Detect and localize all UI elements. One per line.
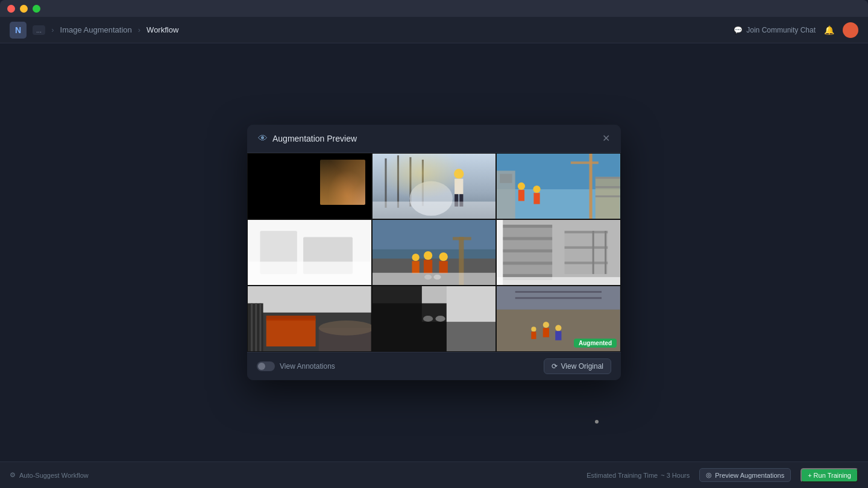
run-training-button[interactable]: + Run Training bbox=[800, 468, 858, 483]
topbar-right: 💬 Join Community Chat 🔔 bbox=[734, 22, 858, 38]
topbar: N ... › Image Augmentation › Workflow 💬 … bbox=[0, 17, 868, 43]
eye-icon: 👁 bbox=[258, 133, 268, 144]
statusbar: ⚙ Auto-Suggest Workflow Estimated Traini… bbox=[0, 461, 868, 488]
preview-aug-icon: ◎ bbox=[706, 471, 712, 479]
svg-rect-16 bbox=[596, 177, 620, 219]
user-avatar[interactable] bbox=[843, 22, 858, 38]
svg-rect-57 bbox=[565, 261, 608, 264]
svg-point-10 bbox=[409, 181, 453, 216]
modal-header: 👁 Augmentation Preview ✕ bbox=[247, 125, 621, 153]
view-annotations-toggle[interactable] bbox=[257, 361, 275, 371]
svg-rect-0 bbox=[373, 154, 496, 219]
modal-close-button[interactable]: ✕ bbox=[602, 134, 610, 143]
view-annotations-area: View Annotations bbox=[257, 361, 335, 371]
traffic-light-green[interactable] bbox=[33, 5, 40, 13]
svg-rect-8 bbox=[454, 194, 458, 206]
svg-point-76 bbox=[435, 316, 445, 322]
svg-rect-52 bbox=[503, 274, 553, 277]
svg-rect-9 bbox=[459, 194, 463, 206]
svg-point-22 bbox=[533, 186, 541, 193]
svg-rect-60 bbox=[497, 277, 620, 285]
svg-rect-25 bbox=[500, 174, 512, 183]
svg-rect-41 bbox=[453, 237, 471, 240]
svg-rect-18 bbox=[596, 186, 620, 188]
svg-rect-3 bbox=[397, 155, 399, 208]
svg-rect-51 bbox=[503, 261, 553, 264]
more-button[interactable]: ... bbox=[33, 25, 45, 35]
svg-rect-32 bbox=[373, 220, 496, 249]
statusbar-left: ⚙ Auto-Suggest Workflow bbox=[10, 471, 89, 479]
svg-rect-63 bbox=[266, 319, 316, 346]
augmentation-preview-modal: 👁 Augmentation Preview ✕ bbox=[247, 125, 621, 380]
image-cell-top-right bbox=[496, 153, 621, 219]
breadcrumb-sep-1: › bbox=[51, 25, 54, 34]
image-cell-bot-left bbox=[247, 286, 372, 352]
traffic-light-red[interactable] bbox=[7, 5, 15, 13]
modal-footer: View Annotations ⟳ View Original bbox=[247, 352, 621, 380]
image-cell-bot-right: Augmented bbox=[496, 286, 621, 352]
svg-rect-44 bbox=[373, 273, 496, 285]
svg-rect-64 bbox=[266, 316, 316, 321]
image-cell-mid-right bbox=[496, 219, 621, 286]
window-chrome bbox=[0, 0, 868, 17]
svg-point-36 bbox=[439, 252, 447, 261]
svg-rect-68 bbox=[259, 303, 261, 351]
svg-point-34 bbox=[424, 251, 432, 260]
svg-rect-59 bbox=[605, 231, 606, 274]
svg-point-80 bbox=[543, 322, 549, 328]
breadcrumb-sep-2: › bbox=[138, 25, 140, 34]
breadcrumb-image-augmentation[interactable]: Image Augmentation bbox=[60, 25, 132, 34]
svg-point-38 bbox=[412, 254, 419, 261]
view-original-button[interactable]: ⟳ View Original bbox=[544, 358, 611, 374]
traffic-light-yellow[interactable] bbox=[20, 5, 28, 13]
training-time-label: Estimated Training Time bbox=[587, 472, 658, 479]
svg-rect-81 bbox=[543, 328, 549, 337]
svg-rect-11 bbox=[373, 202, 496, 219]
svg-rect-39 bbox=[412, 261, 419, 273]
svg-rect-50 bbox=[503, 249, 553, 252]
svg-rect-58 bbox=[593, 231, 594, 274]
svg-rect-2 bbox=[385, 158, 386, 208]
svg-rect-1 bbox=[373, 154, 496, 219]
view-annotations-label: View Annotations bbox=[280, 362, 335, 371]
svg-rect-73 bbox=[446, 286, 495, 351]
training-time-item: Estimated Training Time ~ 3 Hours bbox=[587, 472, 690, 479]
svg-rect-48 bbox=[503, 225, 553, 228]
svg-rect-19 bbox=[596, 195, 620, 197]
bell-icon[interactable]: 🔔 bbox=[824, 25, 834, 35]
topbar-left: N ... › Image Augmentation › Workflow bbox=[10, 22, 734, 39]
svg-rect-87 bbox=[515, 291, 602, 293]
auto-suggest-label: Auto-Suggest Workflow bbox=[19, 472, 89, 479]
training-time-value: ~ 3 Hours bbox=[661, 472, 690, 479]
image-grid: Augmented bbox=[247, 153, 621, 352]
preview-augmentations-button[interactable]: ◎ Preview Augmentations bbox=[699, 468, 791, 482]
breadcrumb-workflow: Workflow bbox=[146, 25, 178, 34]
svg-rect-23 bbox=[534, 193, 540, 204]
svg-rect-55 bbox=[565, 231, 608, 233]
svg-rect-30 bbox=[248, 261, 371, 285]
svg-rect-35 bbox=[424, 260, 432, 274]
svg-rect-62 bbox=[248, 286, 371, 313]
svg-rect-67 bbox=[255, 303, 257, 351]
svg-rect-21 bbox=[518, 190, 524, 201]
svg-rect-53 bbox=[497, 220, 503, 285]
svg-rect-56 bbox=[565, 246, 608, 249]
join-community-button[interactable]: 💬 Join Community Chat bbox=[734, 26, 816, 34]
logo[interactable]: N bbox=[10, 22, 27, 39]
svg-rect-85 bbox=[532, 331, 536, 339]
image-cell-top-center bbox=[372, 153, 497, 219]
svg-rect-88 bbox=[515, 297, 602, 299]
modal-title: Augmentation Preview bbox=[272, 134, 357, 143]
svg-rect-17 bbox=[596, 177, 620, 179]
svg-rect-83 bbox=[556, 331, 562, 340]
svg-point-20 bbox=[518, 183, 525, 190]
auto-suggest-icon: ⚙ bbox=[10, 471, 16, 479]
svg-rect-49 bbox=[503, 237, 553, 240]
image-cell-mid-left bbox=[247, 219, 372, 286]
svg-point-75 bbox=[423, 316, 433, 322]
view-original-icon: ⟳ bbox=[552, 362, 558, 371]
svg-rect-37 bbox=[439, 261, 447, 273]
augmented-badge: Augmented bbox=[574, 339, 617, 348]
statusbar-right: Estimated Training Time ~ 3 Hours ◎ Prev… bbox=[587, 468, 858, 483]
svg-point-6 bbox=[454, 169, 464, 178]
